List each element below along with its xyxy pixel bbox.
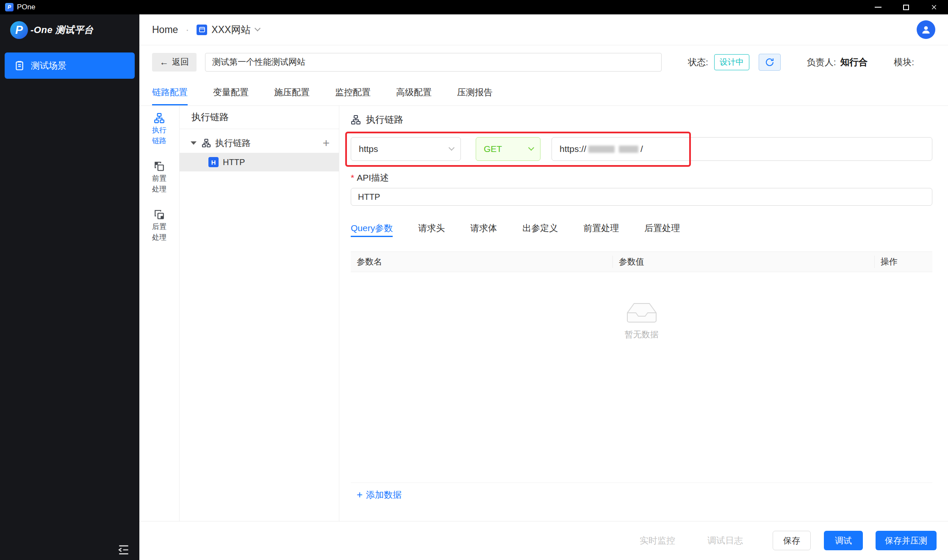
owner-label: 负责人: — [807, 56, 836, 68]
close-button[interactable] — [920, 0, 948, 14]
rail-label-line: 执行 — [152, 126, 166, 135]
sidebar-item-test-scene[interactable]: 测试场景 — [5, 52, 135, 79]
rail-label-line: 前置 — [152, 174, 166, 183]
brand-logo-icon: P — [10, 21, 28, 39]
method-select[interactable]: GET — [476, 137, 541, 161]
tab-advanced-config[interactable]: 高级配置 — [396, 79, 432, 105]
api-desc-input[interactable] — [351, 188, 932, 206]
editor-panel-header: 执行链路 — [351, 106, 932, 130]
minimize-icon — [875, 7, 881, 8]
tab-pressure-config[interactable]: 施压配置 — [274, 79, 310, 105]
content: 执行 链路 前置 处理 后置 处理 执行链路 — [139, 106, 948, 521]
sitemap-icon — [351, 115, 361, 125]
maximize-icon — [903, 5, 909, 10]
params-table-header: 参数名 参数值 操作 — [351, 251, 932, 272]
add-node-button[interactable]: + — [323, 137, 330, 149]
save-button[interactable]: 保存 — [773, 531, 811, 550]
window-title: POne — [17, 3, 35, 11]
avatar[interactable] — [917, 20, 935, 39]
url-input[interactable]: https:// / — [552, 137, 932, 161]
debug-log-link[interactable]: 调试日志 — [707, 535, 743, 546]
website-icon — [197, 25, 207, 35]
tab-link-config[interactable]: 链路配置 — [152, 79, 188, 105]
realtime-monitor-link[interactable]: 实时监控 — [640, 535, 675, 546]
url-prefix: https:// — [560, 144, 586, 154]
rail-label-line: 链路 — [152, 136, 166, 146]
sidebar: P -One 测试平台 测试场景 — [0, 14, 139, 560]
sidebar-collapse-button[interactable] — [117, 543, 130, 557]
tab-output-params[interactable]: 出参定义 — [522, 218, 558, 238]
rail-item-post-process[interactable]: 后置 处理 — [152, 209, 166, 242]
sidebar-item-label: 测试场景 — [31, 60, 67, 72]
maximize-button[interactable] — [892, 0, 920, 14]
rail-label-line: 处理 — [152, 185, 166, 194]
add-data-button[interactable]: + 添加数据 — [351, 483, 932, 506]
debug-button[interactable]: 调试 — [824, 531, 863, 550]
params-table-empty-body: 暂无数据 — [351, 272, 932, 483]
close-icon — [931, 4, 937, 11]
scene-toolbar: ← 返回 状态: 设计中 负责人: 知行合 模块: — [139, 45, 948, 79]
caret-down-icon[interactable] — [191, 141, 197, 145]
tab-variable-config[interactable]: 变量配置 — [213, 79, 249, 105]
chevron-down-icon[interactable] — [255, 25, 261, 31]
empty-box-icon — [621, 298, 662, 325]
tab-request-headers[interactable]: 请求头 — [418, 218, 445, 238]
editor-panel-title: 执行链路 — [366, 113, 403, 126]
site-selector[interactable]: XXX网站 — [211, 23, 250, 36]
action-footer: 实时监控 调试日志 保存 调试 保存并压测 — [139, 521, 948, 560]
request-editor: 执行链路 https GET https:// / — [339, 106, 948, 521]
back-button[interactable]: ← 返回 — [152, 53, 197, 72]
owner-value: 知行合 — [840, 56, 868, 68]
clipboard-icon — [14, 60, 25, 71]
tab-monitor-config[interactable]: 监控配置 — [335, 79, 371, 105]
sitemap-icon — [154, 113, 165, 124]
main-area: Home · XXX网站 ← 返回 状态: 设计中 负责人: 知行合 模块: — [139, 14, 948, 560]
tab-query-params[interactable]: Query参数 — [351, 218, 393, 238]
topbar: Home · XXX网站 — [139, 14, 948, 45]
minimize-button[interactable] — [864, 0, 892, 14]
app-logo-icon: P — [5, 3, 14, 11]
empty-text: 暂无数据 — [625, 329, 659, 340]
tree-root-node[interactable]: 执行链路 + — [180, 133, 339, 153]
tab-test-report[interactable]: 压测报告 — [457, 79, 493, 105]
save-and-run-button[interactable]: 保存并压测 — [876, 531, 937, 550]
http-icon: H — [208, 157, 219, 167]
plus-icon: + — [357, 490, 363, 500]
api-desc-label-row: *API描述 — [351, 172, 932, 184]
tab-post-process[interactable]: 后置处理 — [644, 218, 680, 238]
redacted-url-segment — [619, 146, 638, 153]
blocks-icon — [154, 209, 165, 220]
refresh-status-button[interactable] — [759, 54, 781, 71]
tree-node-label: HTTP — [223, 157, 245, 167]
brand-logo: P -One 测试平台 — [0, 14, 139, 46]
tree-root-label: 执行链路 — [215, 137, 251, 149]
breadcrumb-home[interactable]: Home — [152, 24, 178, 36]
rail-item-pre-process[interactable]: 前置 处理 — [152, 161, 166, 194]
config-tabs: 链路配置 变量配置 施压配置 监控配置 高级配置 压测报告 — [139, 79, 948, 106]
window-controls — [864, 0, 948, 14]
back-label: 返回 — [172, 56, 189, 68]
scene-name-input[interactable] — [205, 53, 662, 72]
chevron-down-icon — [528, 145, 534, 151]
column-actions: 操作 — [874, 256, 932, 268]
add-data-label: 添加数据 — [366, 489, 402, 501]
protocol-select[interactable]: https — [351, 137, 461, 161]
rail-item-exec-chain[interactable]: 执行 链路 — [152, 113, 166, 146]
refresh-icon — [765, 57, 775, 67]
column-param-value: 参数值 — [613, 256, 874, 268]
tab-request-body[interactable]: 请求体 — [470, 218, 497, 238]
tree-node-http[interactable]: H HTTP — [180, 153, 339, 171]
menu-fold-icon — [117, 543, 130, 557]
rail-label-line: 处理 — [152, 233, 166, 242]
tool-rail: 执行 链路 前置 处理 后置 处理 — [139, 106, 180, 521]
column-param-name: 参数名 — [351, 256, 613, 268]
breadcrumb-separator: · — [186, 24, 189, 36]
brand-logo-text: -One 测试平台 — [30, 24, 94, 36]
blocks-icon — [154, 161, 165, 172]
sitemap-icon — [202, 138, 211, 148]
redacted-url-segment — [588, 146, 615, 153]
params-table: 参数名 参数值 操作 暂无数据 + 添加数据 — [351, 251, 932, 506]
tab-pre-process[interactable]: 前置处理 — [583, 218, 619, 238]
required-mark: * — [351, 173, 354, 182]
tree-panel-title: 执行链路 — [180, 106, 339, 129]
